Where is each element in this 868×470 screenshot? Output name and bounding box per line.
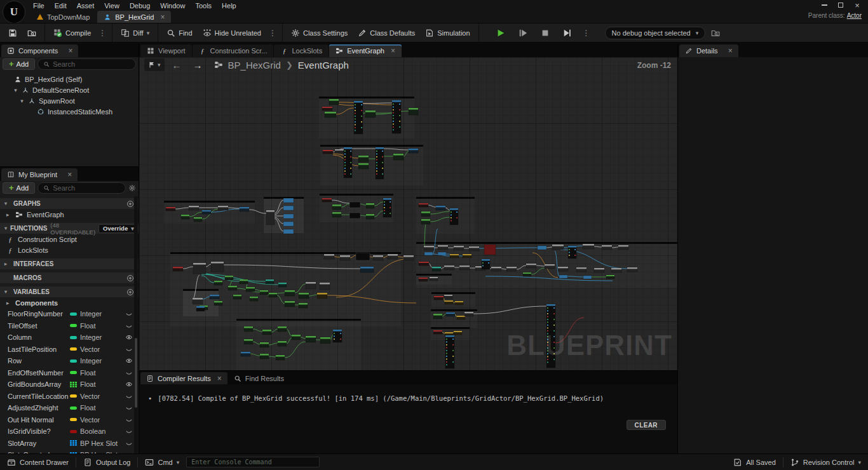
expander-icon[interactable]: ▾ <box>13 87 18 93</box>
graph-node[interactable] <box>356 253 370 260</box>
variable-endoffsetnumber[interactable]: EndOffsetNumberFloat <box>0 367 139 379</box>
bp-item--onstruction-cript[interactable]: ƒConstruction Script <box>0 234 139 245</box>
doc-tab-lockslots[interactable]: ƒLockSlots <box>274 44 329 57</box>
components-search-input[interactable] <box>53 60 130 68</box>
variable-tileoffset[interactable]: TileOffsetFloat <box>0 320 139 332</box>
menu-tools[interactable]: Tools <box>190 0 217 11</box>
section-macros[interactable]: MACROS <box>0 272 139 283</box>
add-icon[interactable] <box>126 274 134 282</box>
eye-open-icon[interactable] <box>123 357 135 365</box>
section-functions[interactable]: ▾FUNCTIONS(48 OVERRIDABLE)Override▾ <box>0 223 139 234</box>
asset-tab-bp_hexgrid[interactable]: BP_HexGrid× <box>97 11 171 23</box>
graph-node[interactable] <box>424 252 433 255</box>
variable-column[interactable]: ColumnInteger <box>0 332 139 344</box>
eye-open-icon[interactable] <box>123 380 135 388</box>
my-blueprint-search-input[interactable] <box>53 184 120 192</box>
tab-find-results[interactable]: Find Results <box>228 372 290 384</box>
eye-closed-icon[interactable] <box>123 346 135 353</box>
nav-back-button[interactable]: ← <box>168 60 186 70</box>
eye-closed-icon[interactable] <box>123 369 135 377</box>
hide-unrelated-kebab-icon[interactable]: ⋮ <box>267 29 278 37</box>
section-variables[interactable]: ▾VARIABLES <box>0 286 139 297</box>
graph-node[interactable] <box>438 252 446 255</box>
eye-closed-icon[interactable] <box>123 310 135 318</box>
close-icon[interactable]: × <box>160 13 165 22</box>
bookmarks-button[interactable]: ▾ <box>144 58 165 71</box>
all-saved-status[interactable]: All Saved <box>726 454 782 470</box>
variable-adjustedzheight[interactable]: AdjustedZheightFloat <box>0 402 139 414</box>
breadcrumb-root[interactable]: BP_HexGrid <box>228 60 281 70</box>
my-blueprint-search[interactable] <box>37 182 126 194</box>
stop-button[interactable] <box>536 25 554 41</box>
eye-closed-icon[interactable] <box>123 404 135 412</box>
variable-floorringnumber[interactable]: FloorRingNumberInteger <box>0 308 139 320</box>
graph-node[interactable] <box>349 202 360 208</box>
eye-open-icon[interactable] <box>123 333 135 341</box>
splitter[interactable] <box>677 43 678 453</box>
expander-icon[interactable]: ▸ <box>6 211 11 218</box>
menu-file[interactable]: File <box>28 0 50 11</box>
close-icon[interactable]: × <box>728 46 733 55</box>
revision-control-button[interactable]: Revision Control ▾ <box>783 454 868 470</box>
minimize-button[interactable] <box>817 1 831 10</box>
components-search[interactable] <box>37 58 136 70</box>
menu-asset[interactable]: Asset <box>72 0 100 11</box>
output-log-button[interactable]: Output Log <box>76 454 137 470</box>
add-icon[interactable] <box>126 200 134 208</box>
class-settings-button[interactable]: Class Settings <box>287 25 352 41</box>
variable-out-hit-normal[interactable]: Out Hit NormalVector <box>0 414 139 426</box>
variables-group-components[interactable]: ▸Components <box>0 297 139 308</box>
compile-options-kebab-icon[interactable]: ⋮ <box>97 29 108 37</box>
frame-skip-button[interactable] <box>514 25 532 41</box>
graph-node[interactable] <box>450 208 458 225</box>
compile-button[interactable]: Compile <box>49 25 95 41</box>
event-graph-canvas[interactable]: ▾ ← → BP_HexGrid ❯ EventGraph Zoom -12 B… <box>139 57 677 370</box>
bp-item--vent-raph[interactable]: ▸EventGraph <box>0 209 139 220</box>
close-icon[interactable]: × <box>391 46 395 55</box>
tree-item-instancedstaticmesh[interactable]: InstancedStaticMesh <box>0 106 139 117</box>
menu-debug[interactable]: Debug <box>125 0 155 11</box>
graph-node[interactable] <box>583 276 592 279</box>
browse-asset-button[interactable] <box>23 25 41 41</box>
eye-closed-icon[interactable] <box>123 427 135 435</box>
tree-item-defaultsceneroot[interactable]: ▾DefaultSceneRoot <box>0 84 139 95</box>
menu-edit[interactable]: Edit <box>50 0 72 11</box>
tree-item-bp-hexgrid-self-[interactable]: BP_HexGrid (Self) <box>0 74 139 84</box>
variable-currenttilelocation[interactable]: CurrentTileLocationVector <box>0 391 139 403</box>
graph-node[interactable] <box>349 213 360 218</box>
eject-button[interactable] <box>559 25 576 41</box>
variable-slotarray[interactable]: SlotArrayBP Hex Slot <box>0 438 139 450</box>
clear-button[interactable]: CLEAR <box>627 420 666 430</box>
eye-closed-icon[interactable] <box>123 440 135 447</box>
graph-node[interactable] <box>266 210 275 225</box>
variable-row[interactable]: RowInteger <box>0 355 139 367</box>
doc-tab-construction-scr-[interactable]: ƒConstruction Scr... <box>193 44 274 57</box>
eye-closed-icon[interactable] <box>123 322 135 330</box>
expander-icon[interactable]: ▸ <box>6 300 11 306</box>
graph-node[interactable] <box>283 222 294 226</box>
parent-class-link[interactable]: Actor <box>847 12 862 19</box>
play-options-kebab-icon[interactable]: ⋮ <box>581 29 592 37</box>
play-button[interactable] <box>492 25 510 41</box>
graph-node[interactable] <box>283 206 294 210</box>
bp-item--ock-lots[interactable]: ƒLockSlots <box>0 245 139 255</box>
content-drawer-button[interactable]: Content Drawer <box>0 454 76 470</box>
add-icon[interactable] <box>126 288 134 296</box>
graph-node[interactable] <box>283 229 294 234</box>
close-icon[interactable]: × <box>217 374 222 383</box>
graph-node[interactable] <box>538 246 546 250</box>
save-button[interactable] <box>4 25 22 41</box>
splitter[interactable] <box>139 43 139 453</box>
add-component-button[interactable]: +Add <box>3 58 35 70</box>
graph-node[interactable] <box>283 198 294 203</box>
graph-node[interactable] <box>484 245 496 255</box>
eye-closed-icon[interactable] <box>123 393 135 400</box>
graph-node[interactable] <box>283 214 294 218</box>
graph-node[interactable] <box>559 275 567 278</box>
section-interfaces[interactable]: ▸INTERFACES <box>0 258 139 269</box>
tree-item-spawnroot[interactable]: ▾SpawnRoot <box>0 95 139 106</box>
expander-icon[interactable]: ▾ <box>19 98 25 104</box>
graph-node[interactable] <box>354 101 363 134</box>
tab-details[interactable]: Details × <box>679 44 738 57</box>
close-icon[interactable]: × <box>68 46 72 55</box>
